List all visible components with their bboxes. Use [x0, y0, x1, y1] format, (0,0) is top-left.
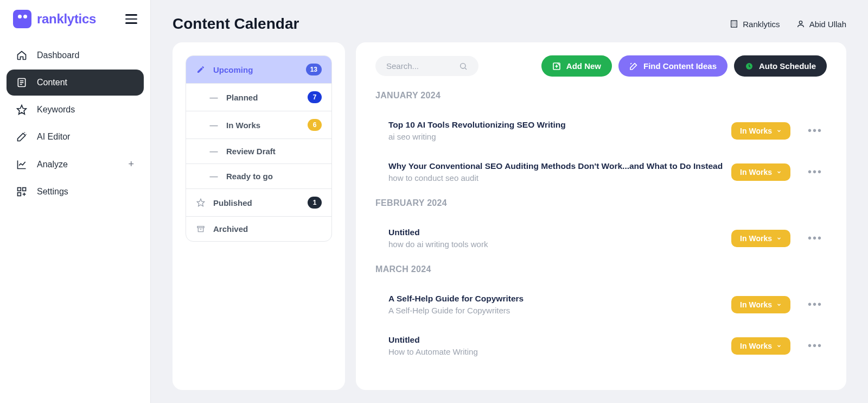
filter-label: Published: [213, 198, 252, 207]
button-label: Auto Schedule: [759, 61, 816, 71]
article-keyword: how do ai writing tools work: [388, 240, 724, 249]
sidebar-item-label: Content: [37, 78, 67, 87]
chevron-down-icon: [776, 302, 782, 307]
status-chip[interactable]: In Works: [731, 230, 790, 247]
chevron-down-icon: [776, 128, 782, 134]
expand-icon[interactable]: +: [128, 159, 134, 170]
article-row[interactable]: Untitled How to Automate Writing In Work…: [375, 325, 827, 367]
filter-label: Planned: [226, 93, 258, 102]
logo-text: ranklytics: [37, 11, 96, 27]
chevron-down-icon: [776, 343, 782, 349]
article-keyword: A Self-Help Guide for Copywriters: [388, 306, 724, 315]
find-content-ideas-button[interactable]: Find Content Ideas: [618, 55, 727, 77]
filter-label: Ready to go: [226, 172, 273, 181]
sidebar-item-label: Settings: [37, 187, 68, 197]
sidebar-item-dashboard[interactable]: Dashboard: [7, 42, 144, 68]
auto-schedule-button[interactable]: Auto Schedule: [734, 55, 827, 77]
article-title: Why Your Conventional SEO Auditing Metho…: [388, 161, 724, 171]
filter-label: In Works: [226, 121, 260, 130]
status-label: In Works: [740, 168, 772, 177]
article-keyword: How to Automate Writing: [388, 347, 724, 356]
article-row[interactable]: Top 10 AI Tools Revolutionizing SEO Writ…: [375, 110, 827, 152]
month-header: MARCH 2024: [375, 265, 827, 274]
pencil-icon: [196, 65, 206, 74]
dash-icon: —: [209, 121, 219, 130]
count-badge: 7: [308, 91, 322, 103]
more-icon[interactable]: •••: [803, 122, 827, 139]
chevron-down-icon: [776, 236, 782, 241]
filter-review-draft[interactable]: — Review Draft: [186, 138, 331, 163]
status-label: In Works: [740, 342, 772, 350]
search-box[interactable]: [375, 56, 478, 76]
count-badge: 1: [308, 197, 322, 209]
list-card: Add New Find Content Ideas Auto Schedule: [356, 42, 846, 390]
filter-archived[interactable]: Archived: [186, 216, 331, 241]
sidebar-item-label: Analyze: [37, 160, 68, 169]
article-row[interactable]: Untitled how do ai writing tools work In…: [375, 218, 827, 259]
article-title: Untitled: [388, 228, 724, 237]
svg-rect-5: [18, 188, 21, 191]
user-menu[interactable]: Abid Ullah: [796, 20, 846, 29]
sidebar-nav: Dashboard Content Keywords AI Editor: [0, 38, 150, 209]
archive-icon: [196, 225, 206, 234]
status-chip[interactable]: In Works: [731, 337, 790, 355]
filter-published[interactable]: Published 1: [186, 188, 331, 216]
sidebar-item-label: Dashboard: [37, 51, 79, 60]
logo-mark-icon: [13, 10, 31, 28]
logo[interactable]: ranklytics: [13, 10, 96, 28]
dash-icon: —: [209, 172, 219, 181]
status-chip[interactable]: In Works: [731, 163, 790, 181]
article-title: A Self-Help Guide for Copywriters: [388, 294, 724, 304]
more-icon[interactable]: •••: [803, 163, 827, 180]
filter-in-works[interactable]: — In Works 6: [186, 111, 331, 138]
sidebar-item-ai-editor[interactable]: AI Editor: [7, 124, 144, 150]
svg-rect-6: [23, 188, 26, 191]
sparkle-icon: [629, 62, 638, 71]
status-chip[interactable]: In Works: [731, 296, 790, 313]
sidebar-item-analyze[interactable]: Analyze +: [7, 151, 144, 178]
chevron-down-icon: [776, 169, 782, 175]
more-icon[interactable]: •••: [803, 337, 827, 354]
dash-icon: —: [209, 93, 219, 102]
svg-line-22: [465, 68, 467, 70]
filter-card: Upcoming 13 — Planned 7 — In Works 6 —: [173, 42, 345, 390]
search-icon: [459, 62, 468, 71]
svg-rect-7: [18, 193, 21, 196]
content-icon: [16, 77, 27, 88]
main: Content Calendar Ranklytics Abid Ullah: [151, 0, 868, 403]
workspace-switcher[interactable]: Ranklytics: [730, 20, 780, 29]
svg-point-17: [799, 21, 802, 24]
svg-marker-18: [197, 199, 204, 206]
status-label: In Works: [740, 300, 772, 309]
filter-label: Upcoming: [213, 65, 253, 74]
status-label: In Works: [740, 127, 772, 135]
filter-upcoming[interactable]: Upcoming 13: [186, 56, 331, 83]
article-title: Untitled: [388, 335, 724, 345]
svg-rect-19: [197, 226, 204, 228]
sidebar-item-settings[interactable]: Settings: [7, 179, 144, 205]
filter-ready-to-go[interactable]: — Ready to go: [186, 163, 331, 188]
topbar: Content Calendar Ranklytics Abid Ullah: [151, 0, 868, 42]
more-icon[interactable]: •••: [803, 230, 827, 247]
plus-icon: [552, 62, 561, 71]
article-row[interactable]: A Self-Help Guide for Copywriters A Self…: [375, 284, 827, 325]
article-row[interactable]: Why Your Conventional SEO Auditing Metho…: [375, 152, 827, 193]
sidebar-item-content[interactable]: Content: [7, 70, 144, 96]
add-new-button[interactable]: Add New: [541, 55, 612, 77]
filter-label: Review Draft: [226, 147, 276, 156]
search-input[interactable]: [386, 61, 455, 71]
workspace-name: Ranklytics: [743, 20, 780, 29]
month-header: JANUARY 2024: [375, 91, 827, 100]
star-outline-icon: [196, 198, 206, 207]
more-icon[interactable]: •••: [803, 296, 827, 313]
sidebar-item-label: AI Editor: [37, 132, 70, 142]
filter-planned[interactable]: — Planned 7: [186, 83, 331, 111]
count-badge: 6: [308, 119, 322, 131]
status-chip[interactable]: In Works: [731, 122, 790, 140]
sidebar: ranklytics Dashboard Content: [0, 0, 151, 403]
grid-plus-icon: [16, 186, 27, 197]
sidebar-item-keywords[interactable]: Keywords: [7, 97, 144, 123]
user-icon: [796, 20, 805, 28]
menu-toggle-icon[interactable]: [125, 14, 137, 24]
svg-point-21: [461, 63, 465, 68]
